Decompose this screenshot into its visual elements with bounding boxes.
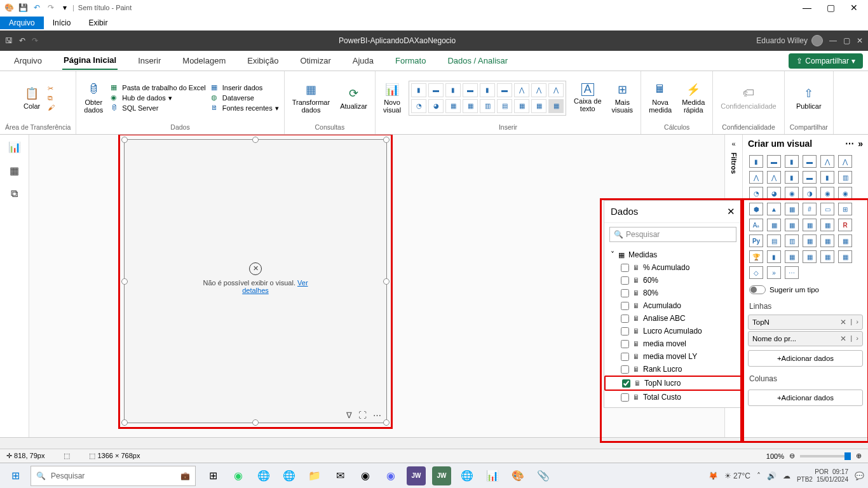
chrome-icon[interactable]: 🌐 — [254, 466, 273, 485]
field-checkbox[interactable] — [621, 315, 629, 323]
visual-gallery-ribbon[interactable]: ▮▬▮▬▮▬⋀⋀⋀ ◔◕▦▦▥▤▦▦▦ — [409, 81, 566, 116]
onedrive-icon[interactable]: ☁ — [783, 471, 790, 480]
paint-tab-exibir[interactable]: Exibir — [79, 17, 116, 29]
suggest-toggle[interactable] — [749, 285, 766, 294]
tab-ajuda[interactable]: Ajuda — [351, 52, 375, 69]
field-rank-lucro[interactable]: 🖩Rank Lucro — [604, 363, 742, 376]
resize-handle[interactable] — [121, 278, 128, 285]
app-icon2[interactable]: 📎 — [534, 466, 553, 485]
viz-gallery[interactable]: ▮▬▮▬⋀⋀ ⋀⋀▮▬▮▥ ◔◕◉◑◉◉ ⬢▲▦#▭⊞ Aₐ▦▦▦▦R Py▤▥… — [743, 152, 868, 281]
filter-icon[interactable]: ∇ — [346, 410, 352, 420]
field-checkbox[interactable] — [621, 340, 629, 348]
field-checkbox[interactable] — [621, 289, 629, 297]
remove-field-icon[interactable]: ✕ — [840, 318, 846, 327]
paint-tab-inicio[interactable]: Início — [44, 17, 80, 29]
edge-icon[interactable]: 🌐 — [280, 466, 299, 485]
app-jw2-icon[interactable]: JW — [432, 466, 451, 485]
tab-exibicao[interactable]: Exibição — [246, 52, 280, 69]
format-painter-icon[interactable]: 🖌 — [48, 104, 55, 111]
nova-medida-button[interactable]: 🖩 Nova medida — [646, 81, 674, 115]
app-icon[interactable]: ◉ — [356, 466, 375, 485]
field-menu-icon[interactable]: › — [856, 318, 858, 327]
field-well-nome[interactable]: Nome do pr... ✕ | › — [748, 331, 863, 346]
field-80-[interactable]: 🖩80% — [604, 287, 742, 299]
copy-icon[interactable]: ⧉ — [48, 94, 55, 102]
field-lucro-acumulado[interactable]: 🖩Lucro Acumulado — [604, 325, 742, 337]
field-checkbox[interactable] — [621, 353, 629, 361]
close-button[interactable]: ✕ — [850, 3, 858, 13]
field-topn-lucro[interactable]: 🖩TopN lucro — [604, 376, 742, 391]
model-view-icon[interactable]: ⧉ — [11, 188, 18, 200]
field-checkbox[interactable] — [621, 327, 629, 336]
zoom-slider[interactable] — [800, 455, 851, 458]
chrome2-icon[interactable]: 🌐 — [458, 466, 477, 485]
pbi-maximize-icon[interactable]: ▢ — [843, 36, 850, 45]
zoom-in-icon[interactable]: ⊕ — [856, 452, 862, 460]
novo-visual-button[interactable]: 📊 Novo visual — [381, 81, 403, 115]
field-analise-abc[interactable]: 🖩Analise ABC — [604, 312, 742, 325]
dados-search-input[interactable]: 🔍 Pesquisar — [609, 227, 736, 242]
pbi-close-icon[interactable]: ✕ — [857, 36, 863, 45]
tray-expand-icon[interactable]: ˄ — [757, 471, 761, 480]
tab-pagina-inicial[interactable]: Página Inicial — [62, 51, 118, 70]
report-view-icon[interactable]: 📊 — [8, 141, 21, 153]
transformar-button[interactable]: ▦ Transformar dados — [290, 81, 333, 115]
resize-handle[interactable] — [383, 278, 390, 285]
zoom-out-icon[interactable]: ⊖ — [789, 452, 795, 460]
publicar-button[interactable]: ⇧ Publicar — [794, 85, 824, 111]
sql-button[interactable]: 🛢SQL Server — [111, 104, 205, 112]
viz-more-icon[interactable]: ⋯ — [845, 139, 854, 149]
discord-icon[interactable]: ◉ — [381, 466, 400, 485]
tab-arquivo[interactable]: Arquivo — [13, 52, 43, 69]
share-button[interactable]: ⇪ Compartilhar ▾ — [789, 53, 863, 69]
resize-handle[interactable] — [383, 419, 390, 426]
caixa-texto-button[interactable]: A Caixa de texto — [571, 82, 604, 114]
dataverse-button[interactable]: ◍Dataverse — [211, 93, 279, 102]
mail-icon[interactable]: ✉ — [330, 466, 349, 485]
field-checkbox[interactable] — [622, 379, 630, 388]
pbi-minimize-icon[interactable]: — — [829, 36, 837, 45]
fontes-button[interactable]: 🗎Fontes recentes ▾ — [211, 104, 279, 112]
paint-taskbar-icon[interactable]: 🎨 — [508, 466, 527, 485]
paint-tab-arquivo[interactable]: Arquivo — [0, 17, 44, 29]
cut-icon[interactable]: ✂ — [48, 85, 55, 93]
taskbar-search[interactable]: 🔍 Pesquisar 💼 — [31, 466, 196, 486]
hub-button[interactable]: ◉Hub de dados ▾ — [111, 93, 205, 102]
task-view-icon[interactable]: ⊞ — [203, 466, 222, 485]
viz-collapse-icon[interactable]: » — [858, 139, 863, 149]
resize-handle[interactable] — [121, 137, 128, 143]
inserir-dados-button[interactable]: ▦Inserir dados — [211, 83, 279, 92]
medida-rapida-button[interactable]: ⚡ Medida rápida — [679, 81, 707, 115]
powerbi-icon[interactable]: 📊 — [483, 466, 502, 485]
collapse-icon[interactable]: « — [731, 140, 735, 147]
start-button[interactable]: ⊞ — [4, 466, 27, 486]
field-checkbox[interactable] — [621, 365, 629, 374]
redo-icon[interactable]: ↷ — [44, 1, 57, 14]
horizontal-scrollbar[interactable] — [0, 437, 868, 449]
pbi-redo-icon[interactable]: ↷ — [32, 36, 38, 45]
field-checkbox[interactable] — [621, 393, 629, 402]
notifications-icon[interactable]: 💬 — [855, 471, 864, 480]
undo-icon[interactable]: ↶ — [31, 1, 43, 14]
add-data-linhas[interactable]: +Adicionar dados — [748, 350, 863, 367]
volume-icon[interactable]: 🔊 — [767, 471, 776, 480]
mais-visuais-button[interactable]: ⊞ Mais visuais — [609, 81, 636, 115]
field-media-movel[interactable]: 🖩media movel — [604, 337, 742, 350]
minimize-button[interactable]: — — [803, 3, 811, 13]
field--acumulado[interactable]: 🖩% Acumulado — [604, 261, 742, 274]
field-checkbox[interactable] — [621, 302, 629, 310]
save-icon[interactable]: 💾 — [17, 1, 29, 14]
table-node-medidas[interactable]: ˅ ▦ Medidas — [604, 248, 742, 261]
excel-button[interactable]: ▦Pasta de trabalho do Excel — [111, 83, 205, 92]
resize-handle[interactable] — [252, 137, 259, 143]
firefox-icon[interactable]: 🦊 — [709, 471, 718, 480]
remove-field-icon[interactable]: ✕ — [840, 334, 846, 343]
more-options-icon[interactable]: ⋯ — [373, 410, 381, 420]
app-jw-icon[interactable]: JW — [407, 466, 426, 485]
field-total-custo[interactable]: 🖩Total Custo — [604, 391, 742, 403]
field-media-movel-ly[interactable]: 🖩media movel LY — [604, 350, 742, 363]
tab-dados-analisar[interactable]: Dados / Analisar — [446, 52, 509, 69]
tab-inserir[interactable]: Inserir — [137, 52, 162, 69]
field-60-[interactable]: 🖩60% — [604, 274, 742, 287]
tab-formato[interactable]: Formato — [394, 52, 427, 69]
